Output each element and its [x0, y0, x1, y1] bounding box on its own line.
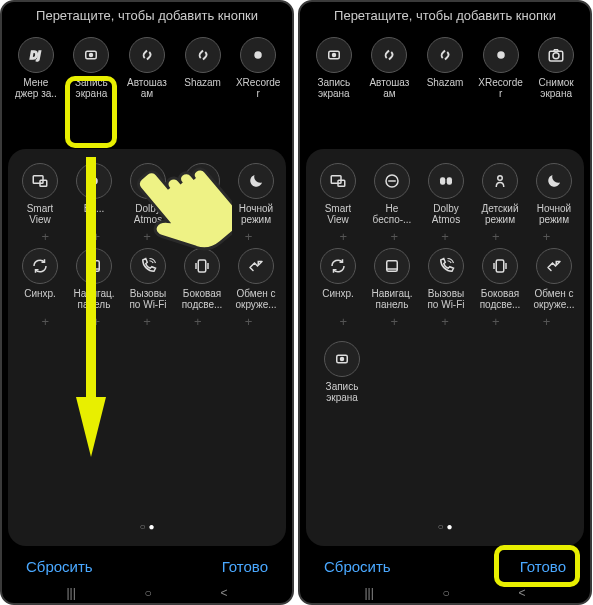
panel-tile-1[interactable]: Б..... — [68, 163, 120, 225]
tile-label: Навигац. панель — [371, 288, 412, 310]
side-icon — [184, 248, 220, 284]
nav-icon — [76, 248, 112, 284]
sync-icon — [22, 248, 58, 284]
available-tile-0[interactable]: Запись экрана — [308, 37, 360, 99]
panel-tile-1[interactable]: Не беспо-... — [366, 163, 418, 225]
svg-rect-29 — [496, 260, 504, 272]
svg-point-17 — [497, 51, 505, 59]
dolby-icon — [428, 163, 464, 199]
kids-icon — [482, 163, 518, 199]
panel-tile-2[interactable]: Dolby Atmos — [420, 163, 472, 225]
reset-button[interactable]: Сбросить — [26, 558, 93, 575]
panel-tile-7[interactable]: Вызовы по Wi-Fi — [122, 248, 174, 310]
rec-icon — [73, 37, 109, 73]
wificall-icon — [428, 248, 464, 284]
tile-label: Ночной режим — [537, 203, 571, 225]
panel-tile-extra-0[interactable]: Запись экрана — [316, 341, 368, 403]
back-icon[interactable]: < — [519, 586, 526, 600]
drag-hint: Перетащите, чтобы добавить кнопки — [2, 2, 292, 37]
dolby-icon — [130, 163, 166, 199]
panel-tile-6[interactable]: Навигац. панель — [366, 248, 418, 310]
tile-label: Запись экрана — [326, 381, 359, 403]
tile-label: Автошаз ам — [127, 77, 167, 99]
svg-rect-7 — [142, 177, 147, 185]
slot-row-2: +++++ — [12, 310, 282, 333]
tile-label: XRecorde r — [236, 77, 280, 99]
svg-rect-24 — [440, 177, 445, 185]
tile-label: Запись экрана — [317, 77, 350, 99]
tile-label: Автошаз ам — [369, 77, 409, 99]
available-tile-3[interactable]: Shazam — [177, 37, 229, 99]
available-tile-4[interactable]: XRecorde r — [232, 37, 284, 99]
tile-label: Боковая подсве... — [182, 288, 223, 310]
panel-tile-9[interactable]: Обмен с окруже... — [230, 248, 282, 310]
svg-point-3 — [254, 51, 262, 59]
wificall-icon — [130, 248, 166, 284]
panel-tile-9[interactable]: Обмен с окруже... — [528, 248, 580, 310]
recents-icon[interactable]: ||| — [66, 586, 75, 600]
share-icon — [238, 248, 274, 284]
panel-tile-4[interactable]: Ночной режим — [230, 163, 282, 225]
panel-tile-6[interactable]: Навигац. панель — [68, 248, 120, 310]
tile-label: Dolby Atmos — [432, 203, 460, 225]
recents-icon[interactable]: ||| — [364, 586, 373, 600]
tile-label: Не беспо-... — [373, 203, 412, 225]
available-tile-1[interactable]: Запись экрана — [65, 37, 117, 99]
tile-label: Боковая подсве... — [480, 288, 521, 310]
done-button[interactable]: Готово — [222, 558, 268, 575]
tile-label: Shazam — [184, 77, 221, 99]
svg-point-26 — [498, 176, 503, 181]
svg-point-2 — [90, 54, 93, 57]
shazam-icon — [371, 37, 407, 73]
panel-tile-3[interactable]: Детский режим — [474, 163, 526, 225]
available-tile-4[interactable]: Снимок экрана — [530, 37, 582, 99]
svg-point-6 — [90, 177, 98, 185]
dot-icon — [483, 37, 519, 73]
reset-button[interactable]: Сбросить — [324, 558, 391, 575]
tile-label: Запись экрана — [75, 77, 108, 99]
page-dots: ○ ● — [8, 521, 286, 532]
night-icon — [238, 163, 274, 199]
tile-label: Dolby Atmos — [134, 203, 162, 225]
share-icon — [536, 248, 572, 284]
footer: Сбросить Готово — [300, 546, 590, 587]
panel-tile-0[interactable]: Smart View — [312, 163, 364, 225]
svg-rect-8 — [149, 177, 154, 185]
panel-tile-5[interactable]: Синхр. — [14, 248, 66, 310]
panel-tile-0[interactable]: Smart View — [14, 163, 66, 225]
panel-tile-8[interactable]: Боковая подсве... — [474, 248, 526, 310]
available-tile-0[interactable]: DjМене джер за.. — [10, 37, 62, 99]
dot-icon — [240, 37, 276, 73]
available-tile-2[interactable]: Shazam — [419, 37, 471, 99]
home-icon[interactable]: ○ — [443, 586, 450, 600]
phone-right: Перетащите, чтобы добавить кнопки Запись… — [298, 0, 592, 605]
quick-panel: Smart ViewНе беспо-...Dolby AtmosДетский… — [306, 149, 584, 546]
nav-bar: ||| ○ < — [300, 587, 590, 603]
tile-label: Мене джер за.. — [15, 77, 57, 99]
kids-icon — [184, 163, 220, 199]
available-tile-2[interactable]: Автошаз ам — [121, 37, 173, 99]
phone-left: Перетащите, чтобы добавить кнопки DjМене… — [0, 0, 294, 605]
tile-label: Навигац. панель — [73, 288, 114, 310]
smartview-icon — [22, 163, 58, 199]
panel-tile-5[interactable]: Синхр. — [312, 248, 364, 310]
available-row: DjМене джер за..Запись экранаАвтошаз амS… — [2, 37, 292, 99]
slot-row-1: +++++ — [12, 225, 282, 248]
home-icon[interactable]: ○ — [145, 586, 152, 600]
panel-tile-3[interactable]: Детский режим — [176, 163, 228, 225]
done-button[interactable]: Готово — [520, 558, 566, 575]
panel-tile-8[interactable]: Боковая подсве... — [176, 248, 228, 310]
dj-icon: Dj — [18, 37, 54, 73]
svg-point-9 — [200, 176, 205, 181]
side-icon — [482, 248, 518, 284]
svg-point-19 — [553, 53, 559, 59]
panel-tile-4[interactable]: Ночной режим — [528, 163, 580, 225]
available-tile-1[interactable]: Автошаз ам — [363, 37, 415, 99]
panel-tile-2[interactable]: Dolby Atmos — [122, 163, 174, 225]
tile-label: Синхр. — [322, 288, 354, 310]
svg-text:Dj: Dj — [30, 49, 42, 61]
slot-row-1: +++++ — [310, 225, 580, 248]
back-icon[interactable]: < — [221, 586, 228, 600]
panel-tile-7[interactable]: Вызовы по Wi-Fi — [420, 248, 472, 310]
available-tile-3[interactable]: XRecorde r — [475, 37, 527, 99]
